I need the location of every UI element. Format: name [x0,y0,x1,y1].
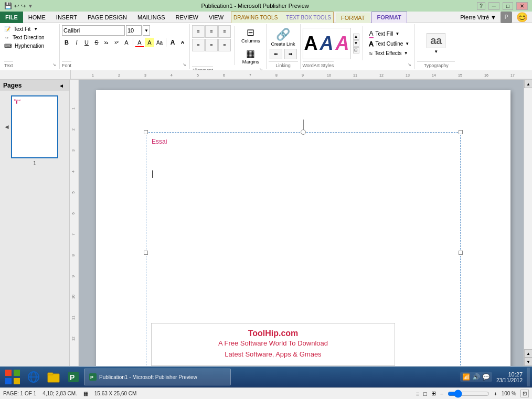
create-link-btn[interactable]: 🔗 Create Link [271,28,295,47]
scroll-up-btn[interactable]: ▲ [524,80,532,88]
text-effects-dropdown[interactable]: ▼ [404,51,408,56]
tab-review[interactable]: REVIEW [171,12,204,23]
align-center-bottom-btn[interactable]: ≡ [205,39,218,51]
taskbar-clock[interactable]: 10:27 23/11/2012 [496,371,523,383]
taskbar-notification-icon[interactable]: 💬 [482,373,490,381]
maximize-btn[interactable]: □ [503,2,513,10]
quickaccess-redo[interactable]: ↪ [21,3,26,9]
link-prev-btn[interactable]: ⬅ [270,49,282,59]
tab-format-drawing[interactable]: FORMAT [336,13,370,23]
align-left-bottom-btn[interactable]: ≡ [192,39,205,51]
text-outline-dropdown[interactable]: ▼ [405,41,409,46]
columns-btn[interactable]: ⊟ Columns [238,25,264,45]
page-thumbnail-1[interactable]: Essai [11,95,58,158]
typography-aa-btn[interactable]: aa [427,33,445,48]
text-direction-btn[interactable]: Text Direction [10,34,47,41]
close-btn[interactable]: ✕ [516,2,528,10]
font-size-input[interactable] [126,25,142,36]
handle-top-center[interactable] [301,130,306,135]
font-highlight-btn[interactable]: A [145,38,154,47]
svg-text:2: 2 [118,73,120,77]
text-cursor: | [152,169,154,178]
view-single-icon[interactable]: □ [423,391,427,397]
tab-format-textbox[interactable]: FORMAT [371,12,407,23]
wordart-group-expand[interactable]: ↘ [407,62,412,67]
clear-format-btn[interactable]: A [122,38,131,47]
align-right-top-btn[interactable]: ≡ [218,25,231,38]
underline-btn[interactable]: U [82,38,91,47]
view-normal-icon[interactable]: ≡ [416,391,419,397]
quickaccess-save[interactable]: 💾 [4,2,12,9]
alignment-group: ≡ ≡ ≡ ≡ ≡ ≡ ⊟ Columns ▦ Margins [190,24,267,69]
wordart-style-blue[interactable]: A [320,34,334,53]
strikethrough-btn[interactable]: S [92,38,101,47]
font-aa-btn[interactable]: Aa [155,38,164,47]
bold-btn[interactable]: B [62,38,71,47]
align-center-top-btn[interactable]: ≡ [205,25,218,38]
scroll-step-up[interactable]: ▲ [524,349,532,358]
taskbar-network-icon[interactable]: 📶 [462,373,470,381]
subscript-btn[interactable]: x₂ [102,38,111,47]
handle-middle-right[interactable] [459,251,463,255]
font-color-btn[interactable]: A [135,38,144,47]
pages-collapse-btn[interactable]: ◄ [57,82,66,89]
text-group-expand[interactable]: ↘ [51,62,57,67]
superscript-btn[interactable]: x² [112,38,121,47]
tab-view[interactable]: VIEW [204,12,229,23]
wordart-scroll-up[interactable]: ▲ [353,34,359,40]
tab-file[interactable]: FILE [0,12,23,23]
text-fill-dropdown[interactable]: ▼ [395,31,399,36]
minimize-btn[interactable]: ─ [488,2,499,10]
wordart-scroll-more[interactable]: ⊟ [353,47,359,53]
taskbar-ie-icon[interactable] [24,368,43,386]
taskbar-explorer-icon[interactable] [44,368,63,386]
vertical-scrollbar[interactable]: ▲ ▲ ▼ [524,80,532,366]
scroll-step-down[interactable]: ▼ [524,358,532,366]
wordart-styles-container: A A A [303,28,351,59]
view-twoup-icon[interactable]: ⊞ [431,390,436,397]
text-direction-icon: ↔ [4,35,9,40]
handle-top-left[interactable] [144,130,148,134]
tab-mailings[interactable]: MAILINGS [132,12,171,23]
font-group-expand[interactable]: ↘ [182,62,187,67]
ruler-row: 123 456 789 101112 131415 1617 [0,70,532,80]
handle-middle-left[interactable] [144,251,148,255]
fit-page-btn[interactable]: ⊡ [520,390,529,397]
svg-text:11: 11 [71,316,75,320]
font-size-increase-btn[interactable]: A [168,38,177,47]
font-size-decrease-btn[interactable]: A [178,38,187,47]
zoom-slider[interactable] [448,392,490,396]
text-fit-btn[interactable]: Text Fit [12,25,33,33]
wordart-style-black[interactable]: A [304,34,318,53]
link-next-btn[interactable]: ➡ [284,49,297,59]
start-button[interactable] [2,368,23,386]
font-size-dropdown[interactable]: ▼ [143,25,150,36]
collapse-arrow-icon[interactable]: ◄ [4,123,10,131]
text-fit-dropdown[interactable]: ▼ [34,27,38,31]
tab-page-design[interactable]: PAGE DESIGN [82,12,132,23]
text-outline-btn[interactable]: A Text Outline ▼ [368,40,411,48]
handle-top-right[interactable] [459,130,463,134]
wordart-style-pink[interactable]: A [336,34,349,53]
wordart-scroll-down[interactable]: ▼ [353,40,359,47]
taskbar-publisher-window[interactable]: P Publication1 - Microsoft Publisher Pre… [84,369,231,385]
taskbar-volume-icon[interactable]: 🔊 [472,373,480,381]
align-right-bottom-btn[interactable]: ≡ [218,39,231,51]
zoom-in-btn[interactable]: + [494,391,497,397]
font-name-input[interactable] [62,25,125,36]
text-effects-btn[interactable]: ≈ Text Effects ▼ [368,49,411,58]
typography-dropdown[interactable]: ▼ [434,49,438,54]
help-btn[interactable]: ? [477,2,485,10]
text-outline-icon: A [369,40,374,48]
hyphenation-btn[interactable]: Hyphenation [13,42,46,50]
align-left-top-btn[interactable]: ≡ [192,25,205,38]
taskbar-publisher-icon[interactable]: P [64,368,83,386]
text-fill-btn[interactable]: A Text Fill ▼ [368,29,411,39]
margins-btn[interactable]: ▦ Margins [238,46,264,66]
tab-insert[interactable]: INSERT [51,12,82,23]
show-desktop-btn[interactable] [527,368,530,386]
quickaccess-undo[interactable]: ↩ [14,3,19,9]
tab-home[interactable]: HOME [23,12,51,23]
zoom-out-btn[interactable]: − [440,391,443,397]
italic-btn[interactable]: I [72,38,81,47]
